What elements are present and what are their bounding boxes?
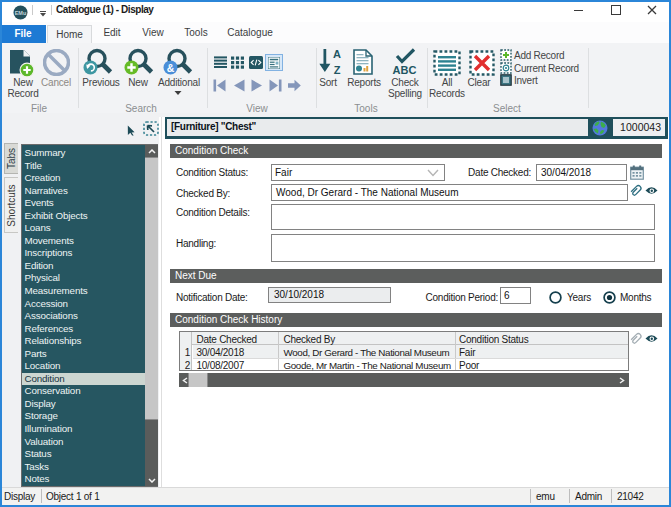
svg-text:EMu: EMu <box>15 10 27 16</box>
svg-text:A: A <box>333 48 341 60</box>
svg-text:ABC: ABC <box>393 64 417 76</box>
svg-text:&: & <box>167 62 175 74</box>
svg-text:Z: Z <box>334 64 341 76</box>
